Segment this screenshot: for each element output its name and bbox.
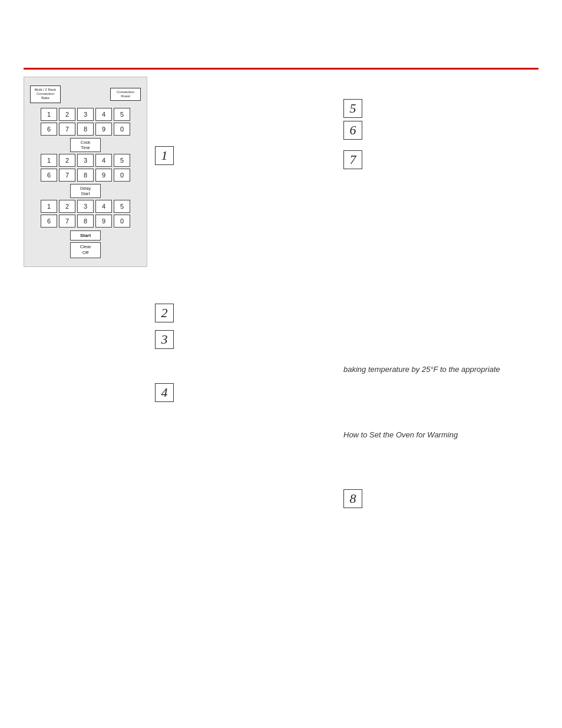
delay-start-label: DelayStart — [70, 184, 101, 198]
key-5[interactable]: 5 — [114, 108, 130, 121]
step-6-number: 6 — [343, 121, 362, 140]
key-8[interactable]: 8 — [77, 123, 94, 136]
italic-note-2-text: How to Set the Oven for Warming — [343, 430, 458, 439]
step-3-block: 3 — [155, 330, 338, 349]
key-6b[interactable]: 6 — [41, 169, 57, 182]
keypad-row-3: 1 2 3 4 5 — [30, 154, 141, 167]
start-button[interactable]: Start — [70, 230, 101, 241]
convection-label: Convection — [34, 92, 57, 96]
step-2-block: 2 — [155, 304, 338, 322]
multi-rack-label: Multi / 2 Rack — [34, 88, 57, 92]
step-4-number: 4 — [155, 383, 174, 402]
key-1[interactable]: 1 — [41, 108, 57, 121]
italic-note-1: baking temperature by 25°F to the approp… — [343, 364, 538, 374]
multi-rack-bake-button: Multi / 2 Rack Convection Bake — [30, 85, 61, 103]
keypad-row-2: 6 7 8 9 0 — [30, 123, 141, 136]
cook-time-label: CookTime — [70, 138, 101, 152]
step-6-block: 6 — [343, 121, 538, 140]
key-0c[interactable]: 0 — [114, 215, 130, 228]
key-0[interactable]: 0 — [114, 123, 130, 136]
step-3-number: 3 — [155, 330, 174, 349]
key-4b[interactable]: 4 — [95, 154, 112, 167]
key-4c[interactable]: 4 — [95, 200, 112, 213]
key-6c[interactable]: 6 — [41, 215, 57, 228]
key-8b[interactable]: 8 — [77, 169, 94, 182]
key-8c[interactable]: 8 — [77, 215, 94, 228]
key-5b[interactable]: 5 — [114, 154, 130, 167]
step-1-number: 1 — [155, 146, 174, 165]
key-3b[interactable]: 3 — [77, 154, 94, 167]
key-5c[interactable]: 5 — [114, 200, 130, 213]
key-1c[interactable]: 1 — [41, 200, 57, 213]
step-1-block: 1 — [155, 146, 338, 165]
key-9c[interactable]: 9 — [95, 215, 112, 228]
step-8-number: 8 — [343, 489, 362, 508]
convection-roast-button: Convection Roast — [110, 88, 141, 101]
step-2-number: 2 — [155, 304, 174, 322]
key-3[interactable]: 3 — [77, 108, 94, 121]
keypad-diagram: Multi / 2 Rack Convection Bake Convectio… — [24, 77, 147, 267]
italic-note-2: How to Set the Oven for Warming — [343, 429, 538, 440]
conv-roast-label1: Convection — [114, 90, 137, 94]
key-7c[interactable]: 7 — [59, 215, 75, 228]
keypad-row-6: 6 7 8 9 0 — [30, 215, 141, 228]
key-6[interactable]: 6 — [41, 123, 57, 136]
key-2[interactable]: 2 — [59, 108, 75, 121]
step-7-block: 7 — [343, 150, 538, 169]
key-4[interactable]: 4 — [95, 108, 112, 121]
step-4-block: 4 — [155, 383, 338, 402]
key-2c[interactable]: 2 — [59, 200, 75, 213]
conv-roast-label2: Roast — [114, 94, 137, 98]
step-7-number: 7 — [343, 150, 362, 169]
key-3c[interactable]: 3 — [77, 200, 94, 213]
keypad-row-1: 1 2 3 4 5 — [30, 108, 141, 121]
key-9b[interactable]: 9 — [95, 169, 112, 182]
step-8-block: 8 — [343, 489, 538, 508]
bake-label: Bake — [34, 96, 57, 100]
italic-note-1-text: baking temperature by 25°F to the approp… — [343, 365, 500, 374]
key-1b[interactable]: 1 — [41, 154, 57, 167]
step-5-block: 5 — [343, 99, 538, 118]
top-divider — [24, 68, 538, 70]
key-7[interactable]: 7 — [59, 123, 75, 136]
step-5-number: 5 — [343, 99, 362, 118]
key-0b[interactable]: 0 — [114, 169, 130, 182]
key-7b[interactable]: 7 — [59, 169, 75, 182]
key-9[interactable]: 9 — [95, 123, 112, 136]
keypad-top-row: Multi / 2 Rack Convection Bake Convectio… — [30, 85, 141, 103]
key-2b[interactable]: 2 — [59, 154, 75, 167]
keypad-row-4: 6 7 8 9 0 — [30, 169, 141, 182]
clear-off-button[interactable]: ClearOff — [70, 242, 101, 258]
keypad-row-5: 1 2 3 4 5 — [30, 200, 141, 213]
